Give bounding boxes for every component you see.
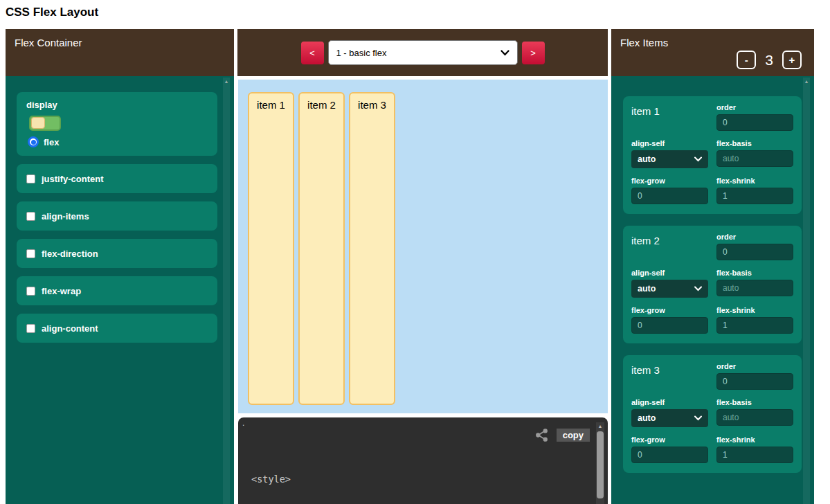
flex-items-panel-title: Flex Items <box>620 37 805 48</box>
flex-grow-label: flex-grow <box>631 435 708 444</box>
example-select-value: 1 - basic flex <box>336 48 387 58</box>
property-card-justify-content[interactable]: justify-content <box>17 164 217 193</box>
checkbox-icon[interactable] <box>26 249 35 258</box>
preview-column: < 1 - basic flex > item 1 item 2 item 3 … <box>237 29 608 504</box>
flex-grow-input[interactable] <box>631 317 708 334</box>
align-self-label: align-self <box>631 269 708 277</box>
property-label: align-items <box>42 211 89 222</box>
left-panel-scrollbar[interactable]: ▲ <box>223 78 230 504</box>
flex-container-panel: Flex Container display flex justify-cont… <box>6 29 234 504</box>
item-count-controls: - 3 + <box>620 51 802 69</box>
property-label: justify-content <box>42 174 104 184</box>
flex-basis-label: flex-basis <box>716 139 793 147</box>
property-label: flex-direction <box>42 249 98 259</box>
align-self-label: align-self <box>631 139 708 147</box>
flex-shrink-input[interactable] <box>716 188 793 204</box>
align-self-select[interactable]: auto <box>631 150 708 168</box>
flex-basis-input[interactable] <box>716 280 793 296</box>
flex-grow-label: flex-grow <box>631 306 708 314</box>
property-label: align-content <box>42 323 98 334</box>
order-input[interactable] <box>716 114 793 131</box>
flex-basis-input[interactable] <box>716 150 793 167</box>
item-card-1: item 1 order align-self auto flex-basis <box>623 96 802 214</box>
scrollbar-thumb[interactable] <box>597 431 604 498</box>
flex-container-panel-title: Flex Container <box>15 37 82 48</box>
checkbox-icon[interactable] <box>26 174 35 183</box>
code-line: <style> <box>251 473 358 486</box>
code-dot: . <box>242 418 244 428</box>
scroll-up-arrow-icon[interactable]: ▲ <box>223 78 230 85</box>
remove-item-button[interactable]: - <box>737 51 756 69</box>
item-count: 3 <box>765 52 773 69</box>
item-name: item 1 <box>631 103 708 131</box>
flex-shrink-label: flex-shrink <box>716 435 793 444</box>
flex-shrink-label: flex-shrink <box>716 306 793 314</box>
property-card-align-items[interactable]: align-items <box>17 201 217 231</box>
align-self-select[interactable]: auto <box>631 280 708 298</box>
flex-grow-input[interactable] <box>631 447 708 463</box>
prev-example-button[interactable]: < <box>301 42 324 64</box>
flex-shrink-label: flex-shrink <box>716 177 793 185</box>
next-example-button[interactable]: > <box>522 42 545 64</box>
flex-grow-input[interactable] <box>631 188 708 204</box>
order-label: order <box>716 103 793 111</box>
flex-items-panel: Flex Items - 3 + item 1 order align-self… <box>611 29 814 504</box>
flex-shrink-input[interactable] <box>716 447 793 463</box>
flex-preview-item-2: item 2 <box>298 92 345 405</box>
display-card: display flex <box>17 92 217 156</box>
flex-preview-container: item 1 item 2 item 3 <box>238 80 608 413</box>
example-select[interactable]: 1 - basic flex <box>328 40 518 65</box>
checkbox-icon[interactable] <box>26 324 35 333</box>
code-content: <style> .flex-container { display: flex; <box>251 447 358 504</box>
property-card-flex-direction[interactable]: flex-direction <box>17 239 217 268</box>
item-card-3: item 3 order align-self auto flex-basis <box>623 355 802 473</box>
code-panel: . copy <style> .flex-container { display… <box>238 417 608 504</box>
property-card-align-content[interactable]: align-content <box>17 314 217 343</box>
flex-grow-label: flex-grow <box>631 177 708 185</box>
flex-basis-label: flex-basis <box>716 269 793 277</box>
item-name: item 3 <box>631 362 708 390</box>
flex-basis-label: flex-basis <box>716 398 793 406</box>
item-name: item 2 <box>631 233 708 260</box>
checkbox-icon[interactable] <box>26 287 35 296</box>
copy-button[interactable]: copy <box>557 429 590 442</box>
flex-items-panel-body: item 1 order align-self auto flex-basis <box>611 76 814 504</box>
scroll-up-arrow-icon[interactable]: ▲ <box>803 78 810 85</box>
display-flex-radio[interactable]: flex <box>28 136 208 147</box>
flex-preview-item-1: item 1 <box>248 92 294 405</box>
chevron-down-icon <box>694 286 702 291</box>
item-card-2: item 2 order align-self auto flex-basis <box>623 226 802 343</box>
share-icon[interactable] <box>534 428 549 442</box>
align-self-value: auto <box>638 154 656 164</box>
property-card-flex-wrap[interactable]: flex-wrap <box>17 276 217 305</box>
radio-icon <box>28 136 39 147</box>
flex-items-panel-header: Flex Items - 3 + <box>611 29 814 76</box>
right-panel-scrollbar[interactable]: ▲ <box>803 78 810 504</box>
order-input[interactable] <box>716 244 793 260</box>
order-input[interactable] <box>716 373 793 390</box>
order-label: order <box>716 362 793 370</box>
align-self-label: align-self <box>631 398 708 406</box>
toggle-knob <box>31 117 45 129</box>
display-toggle[interactable] <box>29 116 61 131</box>
align-self-select[interactable]: auto <box>631 409 708 427</box>
chevron-down-icon <box>694 156 702 162</box>
scroll-up-arrow-icon[interactable]: ▲ <box>596 422 604 430</box>
property-label: flex-wrap <box>42 286 81 296</box>
display-flex-radio-label: flex <box>44 137 59 147</box>
flex-basis-input[interactable] <box>716 409 793 426</box>
checkbox-icon[interactable] <box>26 212 35 221</box>
chevron-down-icon <box>500 50 509 56</box>
flex-shrink-input[interactable] <box>716 317 793 334</box>
add-item-button[interactable]: + <box>782 51 802 69</box>
flex-preview-item-3: item 3 <box>349 92 395 405</box>
code-scrollbar[interactable]: ▲ <box>596 422 604 504</box>
flex-container-panel-header: Flex Container <box>6 29 234 76</box>
chevron-down-icon <box>694 415 702 421</box>
order-label: order <box>716 233 793 241</box>
align-self-value: auto <box>638 413 656 423</box>
display-label: display <box>26 100 208 110</box>
code-toolbar: copy <box>534 428 590 442</box>
radio-dot <box>31 140 36 145</box>
flex-container-panel-body: display flex justify-content align-items… <box>6 76 234 504</box>
